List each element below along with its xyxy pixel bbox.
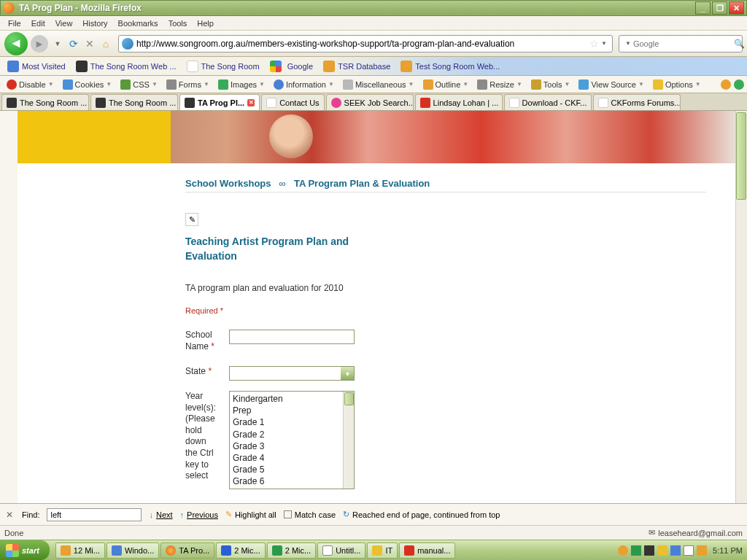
menu-bookmarks[interactable]: Bookmarks — [113, 18, 163, 29]
url-input[interactable] — [136, 39, 589, 49]
gmail-notifier[interactable]: ✉ leaseheard@gmail.com — [649, 528, 743, 537]
year-option[interactable]: Grade 3 — [233, 440, 351, 452]
dev-misc[interactable]: Miscellaneous▼ — [339, 78, 418, 91]
state-select[interactable]: ▾ — [229, 366, 355, 381]
search-input[interactable] — [633, 39, 734, 48]
statusbar: Done ✉ leaseheard@gmail.com — [0, 525, 747, 540]
back-button[interactable]: ◄ — [4, 32, 28, 55]
school-label: School Name * — [185, 330, 223, 352]
reload-icon[interactable]: ⟳ — [67, 37, 80, 50]
tab-download[interactable]: Download - CKF... — [504, 94, 592, 110]
multiselect-scrollbar[interactable] — [343, 392, 354, 489]
tab-ta-prog[interactable]: TA Prog Pl...✕ — [179, 94, 260, 110]
year-multiselect[interactable]: Kindergarten Prep Grade 1 Grade 2 Grade … — [229, 391, 355, 489]
tab-songroom-2[interactable]: The Song Room ... — [90, 94, 178, 110]
tray-icon[interactable] — [644, 545, 654, 556]
year-option[interactable]: Grade 6 — [233, 475, 351, 487]
bookmark-tsr-db[interactable]: TSR Database — [319, 59, 395, 74]
task-item[interactable]: IT — [367, 542, 398, 559]
school-input[interactable] — [229, 330, 355, 344]
task-item[interactable]: 2 Mic... — [267, 542, 316, 559]
task-item[interactable]: manual... — [399, 542, 455, 559]
year-option[interactable]: Grade 5 — [233, 464, 351, 475]
url-dropdown-icon[interactable]: ▼ — [601, 40, 607, 47]
search-engine-dropdown-icon[interactable]: ▼ — [625, 40, 631, 47]
year-option[interactable]: Grade 2 — [233, 429, 351, 440]
bookmark-most-visited[interactable]: Most Visited — [3, 59, 70, 74]
history-dropdown-icon[interactable]: ▼ — [51, 37, 64, 50]
task-item[interactable]: TA Pro... — [160, 542, 214, 559]
stop-icon[interactable]: ✕ — [83, 37, 96, 50]
dev-disable[interactable]: Disable▼ — [3, 78, 58, 91]
site-identity-icon[interactable] — [122, 38, 133, 50]
dropdown-icon[interactable]: ▾ — [341, 367, 354, 380]
maximize-button[interactable]: ❐ — [712, 1, 727, 15]
tab-songroom-1[interactable]: The Song Room ... — [1, 94, 89, 110]
tray-icon[interactable] — [657, 545, 667, 556]
dev-images[interactable]: Images▼ — [214, 78, 268, 91]
tray-icon[interactable] — [618, 545, 628, 556]
forward-button[interactable]: ► — [31, 35, 48, 52]
close-button[interactable]: ✕ — [729, 1, 744, 15]
dev-forms[interactable]: Forms▼ — [163, 78, 213, 91]
menu-view[interactable]: View — [50, 18, 78, 29]
dev-cookies[interactable]: Cookies▼ — [59, 78, 116, 91]
year-option[interactable]: Kindergarten — [233, 393, 351, 405]
dev-viewsource[interactable]: View Source▼ — [575, 78, 647, 91]
crumb-ta-program[interactable]: TA Program Plan & Evaluation — [294, 178, 430, 189]
urlbar[interactable]: ☆ ▼ — [118, 35, 613, 52]
tab-seek[interactable]: SEEK Job Search... — [326, 94, 414, 110]
tab-close-icon[interactable]: ✕ — [247, 99, 255, 106]
menu-tools[interactable]: Tools — [163, 18, 193, 29]
bookmark-google[interactable]: Google — [266, 59, 317, 74]
menu-edit[interactable]: Edit — [26, 18, 50, 29]
dev-tools[interactable]: Tools▼ — [527, 78, 574, 91]
year-option[interactable]: Year 7-12 — [233, 488, 351, 490]
match-case-checkbox[interactable]: Match case — [284, 510, 336, 519]
bookmark-songroom-web[interactable]: The Song Room Web ... — [71, 59, 181, 74]
dev-ok-icon[interactable] — [734, 79, 744, 90]
system-tray[interactable]: 5:11 PM — [614, 540, 747, 560]
edit-icon[interactable]: ✎ — [185, 213, 198, 226]
tab-ckforms[interactable]: CKForms Forums... — [593, 94, 681, 110]
find-next-button[interactable]: ↓ Next — [149, 510, 172, 519]
year-option[interactable]: Prep — [233, 405, 351, 416]
minimize-button[interactable]: _ — [695, 1, 711, 15]
find-label: Find: — [22, 510, 39, 519]
tab-contact[interactable]: Contact Us — [261, 94, 324, 110]
dev-css[interactable]: CSS▼ — [117, 78, 161, 91]
tray-icon[interactable] — [670, 545, 681, 556]
menu-file[interactable]: File — [3, 18, 26, 29]
task-item[interactable]: Windo... — [107, 542, 159, 559]
bookmark-songroom[interactable]: The Song Room — [182, 59, 264, 74]
dev-warn-icon[interactable] — [721, 79, 731, 90]
menu-history[interactable]: History — [77, 18, 112, 29]
tray-icon[interactable] — [697, 545, 707, 556]
bookmark-star-icon[interactable]: ☆ — [589, 38, 599, 50]
home-icon[interactable]: ⌂ — [99, 37, 112, 50]
tray-icon[interactable] — [631, 545, 641, 556]
searchbar[interactable]: ▼ 🔍 — [619, 35, 743, 52]
search-icon[interactable]: 🔍 — [734, 39, 745, 49]
highlight-all-button[interactable]: ✎ Highlight all — [225, 510, 276, 519]
dev-information[interactable]: Information▼ — [270, 78, 338, 91]
find-input[interactable] — [47, 508, 142, 521]
bookmark-test-songroom[interactable]: Test Song Room Web... — [396, 59, 504, 74]
tab-lohan[interactable]: Lindsay Lohan | ... — [415, 94, 503, 110]
start-button[interactable]: start — [0, 540, 50, 560]
task-item[interactable]: 12 Mi... — [55, 542, 105, 559]
year-option[interactable]: Grade 1 — [233, 416, 351, 428]
menu-help[interactable]: Help — [192, 18, 219, 29]
dev-resize[interactable]: Resize▼ — [473, 78, 526, 91]
findbar-close-icon[interactable]: ✕ — [4, 510, 15, 520]
find-prev-button[interactable]: ↑ Previous — [180, 510, 218, 519]
page-scrollbar[interactable] — [735, 111, 747, 503]
tray-icon[interactable] — [684, 545, 694, 556]
year-option[interactable]: Grade 4 — [233, 452, 351, 464]
crumb-school-workshops[interactable]: School Workshops — [185, 178, 271, 189]
task-item[interactable]: 2 Mic... — [216, 542, 265, 559]
dev-options[interactable]: Options▼ — [649, 78, 705, 91]
dev-outline[interactable]: Outline▼ — [419, 78, 473, 91]
task-item[interactable]: Untitl... — [317, 542, 365, 559]
clock[interactable]: 5:11 PM — [713, 546, 743, 555]
